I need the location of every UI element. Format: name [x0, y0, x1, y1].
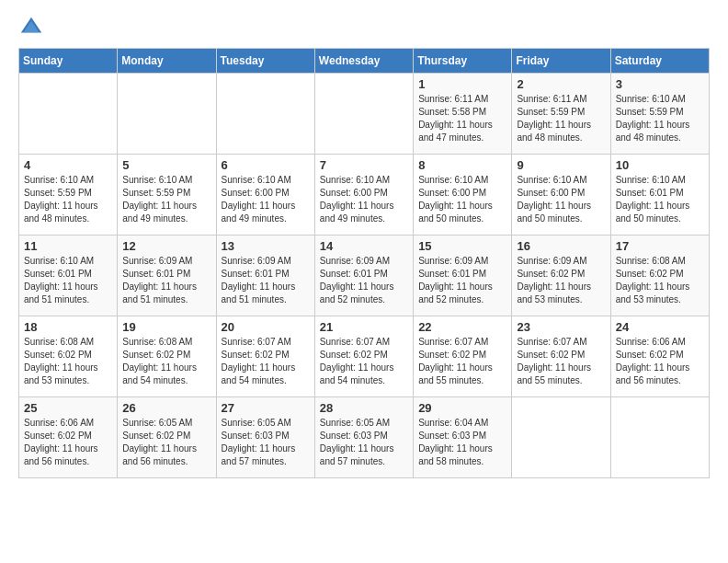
day-number: 7	[320, 158, 408, 172]
calendar-table: SundayMondayTuesdayWednesdayThursdayFrid…	[18, 48, 710, 478]
day-number: 14	[320, 239, 408, 253]
calendar-cell: 19Sunrise: 6:08 AM Sunset: 6:02 PM Dayli…	[118, 316, 216, 397]
calendar-cell: 3Sunrise: 6:10 AM Sunset: 5:59 PM Daylig…	[610, 74, 709, 155]
calendar-week-row: 18Sunrise: 6:08 AM Sunset: 6:02 PM Dayli…	[19, 316, 710, 397]
calendar-week-row: 11Sunrise: 6:10 AM Sunset: 6:01 PM Dayli…	[19, 236, 710, 316]
calendar-cell: 12Sunrise: 6:09 AM Sunset: 6:01 PM Dayli…	[118, 236, 216, 316]
calendar-cell: 28Sunrise: 6:05 AM Sunset: 6:03 PM Dayli…	[314, 397, 413, 478]
day-info: Sunrise: 6:08 AM Sunset: 6:02 PM Dayligh…	[24, 336, 112, 387]
day-number: 16	[517, 239, 605, 253]
day-info: Sunrise: 6:09 AM Sunset: 6:01 PM Dayligh…	[122, 255, 210, 306]
day-number: 6	[222, 158, 310, 172]
day-number: 19	[122, 320, 210, 334]
day-of-week-header: Wednesday	[314, 49, 413, 74]
day-number: 26	[122, 401, 210, 415]
day-number: 24	[616, 320, 704, 334]
day-number: 2	[517, 77, 605, 91]
day-number: 25	[24, 401, 112, 415]
day-of-week-header: Tuesday	[216, 49, 314, 74]
calendar-cell: 15Sunrise: 6:09 AM Sunset: 6:01 PM Dayli…	[414, 236, 512, 316]
day-number: 10	[616, 158, 704, 172]
day-info: Sunrise: 6:11 AM Sunset: 5:59 PM Dayligh…	[517, 93, 605, 144]
day-of-week-header: Friday	[512, 49, 610, 74]
day-of-week-header: Saturday	[610, 49, 709, 74]
day-info: Sunrise: 6:05 AM Sunset: 6:03 PM Dayligh…	[320, 417, 408, 468]
calendar-cell: 22Sunrise: 6:07 AM Sunset: 6:02 PM Dayli…	[414, 316, 512, 397]
calendar-cell: 11Sunrise: 6:10 AM Sunset: 6:01 PM Dayli…	[19, 236, 118, 316]
day-of-week-header: Sunday	[19, 49, 118, 74]
day-number: 3	[616, 77, 704, 91]
calendar-cell: 1Sunrise: 6:11 AM Sunset: 5:58 PM Daylig…	[414, 74, 512, 155]
calendar-cell: 20Sunrise: 6:07 AM Sunset: 6:02 PM Dayli…	[216, 316, 314, 397]
day-number: 23	[517, 320, 605, 334]
day-number: 4	[24, 158, 112, 172]
calendar-cell: 16Sunrise: 6:09 AM Sunset: 6:02 PM Dayli…	[512, 236, 610, 316]
calendar-cell: 5Sunrise: 6:10 AM Sunset: 5:59 PM Daylig…	[118, 155, 216, 236]
day-number: 9	[517, 158, 605, 172]
day-info: Sunrise: 6:09 AM Sunset: 6:02 PM Dayligh…	[517, 255, 605, 306]
calendar-week-row: 25Sunrise: 6:06 AM Sunset: 6:02 PM Dayli…	[19, 397, 710, 478]
day-info: Sunrise: 6:09 AM Sunset: 6:01 PM Dayligh…	[222, 255, 310, 306]
day-number: 13	[222, 239, 310, 253]
calendar-header-row: SundayMondayTuesdayWednesdayThursdayFrid…	[19, 49, 710, 74]
calendar-cell	[19, 74, 118, 155]
calendar-cell	[216, 74, 314, 155]
day-info: Sunrise: 6:10 AM Sunset: 6:00 PM Dayligh…	[222, 174, 310, 225]
day-number: 11	[24, 239, 112, 253]
day-number: 15	[418, 239, 506, 253]
day-info: Sunrise: 6:10 AM Sunset: 6:00 PM Dayligh…	[320, 174, 408, 225]
day-info: Sunrise: 6:11 AM Sunset: 5:58 PM Dayligh…	[418, 93, 506, 144]
calendar-cell: 4Sunrise: 6:10 AM Sunset: 5:59 PM Daylig…	[19, 155, 118, 236]
calendar-cell: 7Sunrise: 6:10 AM Sunset: 6:00 PM Daylig…	[314, 155, 413, 236]
calendar-cell: 25Sunrise: 6:06 AM Sunset: 6:02 PM Dayli…	[19, 397, 118, 478]
calendar-week-row: 1Sunrise: 6:11 AM Sunset: 5:58 PM Daylig…	[19, 74, 710, 155]
day-number: 28	[320, 401, 408, 415]
calendar-cell: 18Sunrise: 6:08 AM Sunset: 6:02 PM Dayli…	[19, 316, 118, 397]
calendar-cell: 21Sunrise: 6:07 AM Sunset: 6:02 PM Dayli…	[314, 316, 413, 397]
logo-icon	[18, 15, 44, 40]
day-number: 27	[222, 401, 310, 415]
day-number: 21	[320, 320, 408, 334]
day-number: 1	[418, 77, 506, 91]
day-info: Sunrise: 6:07 AM Sunset: 6:02 PM Dayligh…	[320, 336, 408, 387]
day-info: Sunrise: 6:10 AM Sunset: 5:59 PM Dayligh…	[122, 174, 210, 225]
day-number: 8	[418, 158, 506, 172]
day-info: Sunrise: 6:04 AM Sunset: 6:03 PM Dayligh…	[418, 417, 506, 468]
day-info: Sunrise: 6:09 AM Sunset: 6:01 PM Dayligh…	[418, 255, 506, 306]
calendar-body: 1Sunrise: 6:11 AM Sunset: 5:58 PM Daylig…	[19, 74, 710, 478]
calendar-cell: 24Sunrise: 6:06 AM Sunset: 6:02 PM Dayli…	[610, 316, 709, 397]
calendar-cell: 13Sunrise: 6:09 AM Sunset: 6:01 PM Dayli…	[216, 236, 314, 316]
day-number: 18	[24, 320, 112, 334]
day-info: Sunrise: 6:10 AM Sunset: 6:01 PM Dayligh…	[616, 174, 704, 225]
day-number: 29	[418, 401, 506, 415]
calendar-cell: 17Sunrise: 6:08 AM Sunset: 6:02 PM Dayli…	[610, 236, 709, 316]
day-info: Sunrise: 6:10 AM Sunset: 6:01 PM Dayligh…	[24, 255, 112, 306]
calendar-cell: 26Sunrise: 6:05 AM Sunset: 6:02 PM Dayli…	[118, 397, 216, 478]
day-info: Sunrise: 6:08 AM Sunset: 6:02 PM Dayligh…	[616, 255, 704, 306]
day-info: Sunrise: 6:07 AM Sunset: 6:02 PM Dayligh…	[418, 336, 506, 387]
day-info: Sunrise: 6:05 AM Sunset: 6:03 PM Dayligh…	[222, 417, 310, 468]
calendar-cell	[118, 74, 216, 155]
day-number: 22	[418, 320, 506, 334]
calendar-cell: 8Sunrise: 6:10 AM Sunset: 6:00 PM Daylig…	[414, 155, 512, 236]
calendar-cell: 9Sunrise: 6:10 AM Sunset: 6:00 PM Daylig…	[512, 155, 610, 236]
day-of-week-header: Thursday	[414, 49, 512, 74]
day-info: Sunrise: 6:06 AM Sunset: 6:02 PM Dayligh…	[24, 417, 112, 468]
day-number: 12	[122, 239, 210, 253]
calendar-cell: 10Sunrise: 6:10 AM Sunset: 6:01 PM Dayli…	[610, 155, 709, 236]
calendar-cell: 14Sunrise: 6:09 AM Sunset: 6:01 PM Dayli…	[314, 236, 413, 316]
day-info: Sunrise: 6:09 AM Sunset: 6:01 PM Dayligh…	[320, 255, 408, 306]
calendar-week-row: 4Sunrise: 6:10 AM Sunset: 5:59 PM Daylig…	[19, 155, 710, 236]
day-info: Sunrise: 6:05 AM Sunset: 6:02 PM Dayligh…	[122, 417, 210, 468]
day-info: Sunrise: 6:10 AM Sunset: 6:00 PM Dayligh…	[517, 174, 605, 225]
calendar-cell	[610, 397, 709, 478]
calendar-cell: 29Sunrise: 6:04 AM Sunset: 6:03 PM Dayli…	[414, 397, 512, 478]
day-info: Sunrise: 6:07 AM Sunset: 6:02 PM Dayligh…	[222, 336, 310, 387]
day-number: 17	[616, 239, 704, 253]
day-info: Sunrise: 6:10 AM Sunset: 6:00 PM Dayligh…	[418, 174, 506, 225]
page-header	[18, 15, 710, 40]
day-of-week-header: Monday	[118, 49, 216, 74]
calendar-cell: 6Sunrise: 6:10 AM Sunset: 6:00 PM Daylig…	[216, 155, 314, 236]
day-info: Sunrise: 6:10 AM Sunset: 5:59 PM Dayligh…	[24, 174, 112, 225]
day-number: 5	[122, 158, 210, 172]
